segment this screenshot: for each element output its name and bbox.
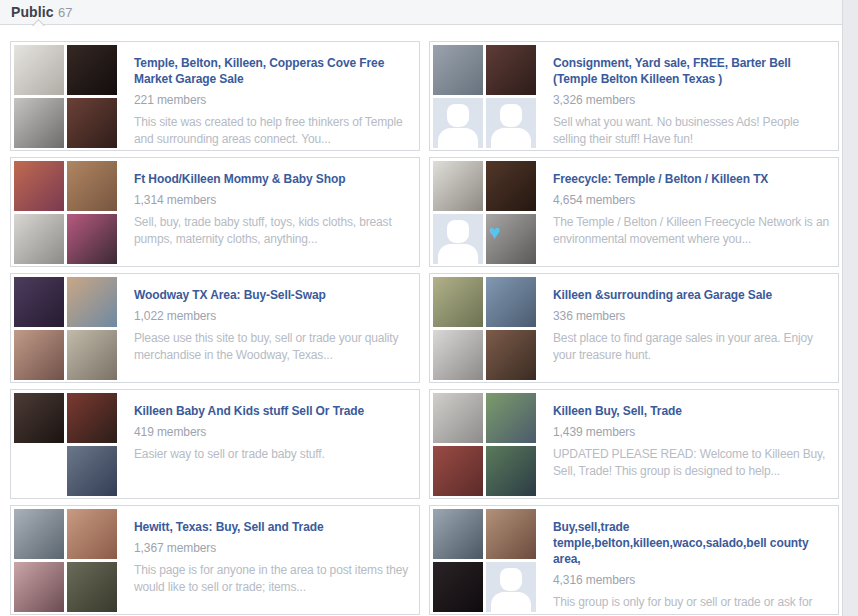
member-count: 221 members bbox=[134, 93, 413, 107]
group-card: Killeen &surrounding area Garage Sale 33… bbox=[429, 273, 839, 383]
member-photo: ♥ bbox=[486, 214, 536, 264]
group-card: Temple, Belton, Killeen, Copperas Cove F… bbox=[10, 41, 420, 151]
member-photo bbox=[14, 214, 64, 264]
photo-collage bbox=[433, 393, 536, 496]
member-photo bbox=[486, 509, 536, 559]
member-photo bbox=[14, 98, 64, 148]
photo-collage bbox=[433, 45, 536, 148]
member-photo bbox=[67, 98, 117, 148]
member-photo bbox=[433, 330, 483, 380]
default-avatar-icon bbox=[486, 562, 536, 612]
group-card: Hewitt, Texas: Buy, Sell and Trade 1,367… bbox=[10, 505, 420, 615]
member-photo bbox=[67, 330, 117, 380]
results-count: 67 bbox=[58, 5, 72, 20]
group-description: This group is only for buy or sell or tr… bbox=[553, 594, 832, 615]
group-info: Killeen Buy, Sell, Trade 1,439 members U… bbox=[539, 390, 838, 498]
group-title-link[interactable]: Killeen &surrounding area Garage Sale bbox=[553, 287, 832, 303]
photo-collage: ♥ bbox=[433, 161, 536, 264]
member-photo bbox=[486, 161, 536, 211]
caret-up-icon bbox=[32, 19, 45, 32]
group-card: ♥ Freecycle: Temple / Belton / Killeen T… bbox=[429, 157, 839, 267]
member-count: 1,439 members bbox=[553, 425, 832, 439]
photo-collage bbox=[14, 45, 117, 148]
group-card: Buy,sell,trade temple,belton,killeen,wac… bbox=[429, 505, 839, 615]
group-title-link[interactable]: Woodway TX Area: Buy-Sell-Swap bbox=[134, 287, 413, 303]
member-photo bbox=[433, 45, 483, 95]
group-description: UPDATED PLEASE READ: Welcome to Killeen … bbox=[553, 446, 832, 480]
group-description: Sell, buy, trade baby stuff, toys, kids … bbox=[134, 214, 413, 248]
member-photo bbox=[486, 393, 536, 443]
page-gutter bbox=[842, 0, 858, 616]
group-info: Freecycle: Temple / Belton / Killeen TX … bbox=[539, 158, 838, 266]
results-section-header: Public 67 bbox=[0, 0, 858, 25]
member-photo bbox=[67, 161, 117, 211]
group-description: This page is for anyone in the area to p… bbox=[134, 562, 413, 596]
member-photo bbox=[433, 277, 483, 327]
photo-collage bbox=[433, 277, 536, 380]
member-photo bbox=[433, 393, 483, 443]
group-info: Temple, Belton, Killeen, Copperas Cove F… bbox=[120, 42, 419, 150]
default-avatar-icon bbox=[433, 98, 483, 148]
group-description: The Temple / Belton / Killeen Freecycle … bbox=[553, 214, 832, 248]
member-photo bbox=[14, 562, 64, 612]
group-description: Sell what you want. No businesses Ads! P… bbox=[553, 114, 832, 148]
group-description: Please use this site to buy, sell or tra… bbox=[134, 330, 413, 364]
photo-collage bbox=[14, 161, 117, 264]
member-photo bbox=[486, 446, 536, 496]
group-info: Buy,sell,trade temple,belton,killeen,wac… bbox=[539, 506, 838, 614]
section-title-public: Public bbox=[11, 4, 54, 20]
group-info: Killeen Baby And Kids stuff Sell Or Trad… bbox=[120, 390, 419, 498]
member-photo bbox=[67, 562, 117, 612]
member-count: 4,654 members bbox=[553, 193, 832, 207]
member-photo bbox=[67, 45, 117, 95]
photo-collage bbox=[433, 509, 536, 612]
groups-grid: Temple, Belton, Killeen, Copperas Cove F… bbox=[10, 41, 839, 615]
group-card: Killeen Buy, Sell, Trade 1,439 members U… bbox=[429, 389, 839, 499]
member-count: 419 members bbox=[134, 425, 413, 439]
member-photo bbox=[433, 161, 483, 211]
member-photo bbox=[14, 330, 64, 380]
heart-icon: ♥ bbox=[489, 222, 501, 242]
group-info: Killeen &surrounding area Garage Sale 33… bbox=[539, 274, 838, 382]
member-photo bbox=[67, 393, 117, 443]
member-photo bbox=[14, 509, 64, 559]
member-photo bbox=[14, 45, 64, 95]
group-info: Woodway TX Area: Buy-Sell-Swap 1,022 mem… bbox=[120, 274, 419, 382]
member-photo bbox=[14, 161, 64, 211]
photo-collage bbox=[14, 393, 117, 496]
group-title-link[interactable]: Consignment, Yard sale, FREE, Barter Bel… bbox=[553, 55, 832, 87]
member-photo bbox=[14, 393, 64, 443]
group-title-link[interactable]: Ft Hood/Killeen Mommy & Baby Shop bbox=[134, 171, 413, 187]
photo-collage bbox=[14, 509, 117, 612]
member-count: 336 members bbox=[553, 309, 832, 323]
group-description: Best place to find garage sales in your … bbox=[553, 330, 832, 364]
member-photo bbox=[67, 214, 117, 264]
group-description: Easier way to sell or trade baby stuff. bbox=[134, 446, 413, 463]
member-count: 1,314 members bbox=[134, 193, 413, 207]
photo-collage bbox=[14, 277, 117, 380]
group-title-link[interactable]: Temple, Belton, Killeen, Copperas Cove F… bbox=[134, 55, 413, 87]
group-description: This site was created to help free think… bbox=[134, 114, 413, 148]
group-title-link[interactable]: Hewitt, Texas: Buy, Sell and Trade bbox=[134, 519, 413, 535]
group-info: Ft Hood/Killeen Mommy & Baby Shop 1,314 … bbox=[120, 158, 419, 266]
group-title-link[interactable]: Killeen Buy, Sell, Trade bbox=[553, 403, 832, 419]
member-count: 1,367 members bbox=[134, 541, 413, 555]
group-card: Woodway TX Area: Buy-Sell-Swap 1,022 mem… bbox=[10, 273, 420, 383]
default-avatar-icon bbox=[433, 214, 483, 264]
group-title-link[interactable]: Buy,sell,trade temple,belton,killeen,wac… bbox=[553, 519, 832, 567]
member-photo bbox=[67, 509, 117, 559]
member-photo bbox=[67, 277, 117, 327]
group-title-link[interactable]: Freecycle: Temple / Belton / Killeen TX bbox=[553, 171, 832, 187]
member-count: 4,316 members bbox=[553, 573, 832, 587]
default-avatar-icon bbox=[486, 98, 536, 148]
group-title-link[interactable]: Killeen Baby And Kids stuff Sell Or Trad… bbox=[134, 403, 413, 419]
member-photo bbox=[67, 446, 117, 496]
group-card: Killeen Baby And Kids stuff Sell Or Trad… bbox=[10, 389, 420, 499]
group-info: Hewitt, Texas: Buy, Sell and Trade 1,367… bbox=[120, 506, 419, 614]
member-photo bbox=[433, 562, 483, 612]
member-count: 1,022 members bbox=[134, 309, 413, 323]
group-card: Ft Hood/Killeen Mommy & Baby Shop 1,314 … bbox=[10, 157, 420, 267]
group-info: Consignment, Yard sale, FREE, Barter Bel… bbox=[539, 42, 838, 150]
member-photo bbox=[14, 277, 64, 327]
member-photo bbox=[486, 45, 536, 95]
